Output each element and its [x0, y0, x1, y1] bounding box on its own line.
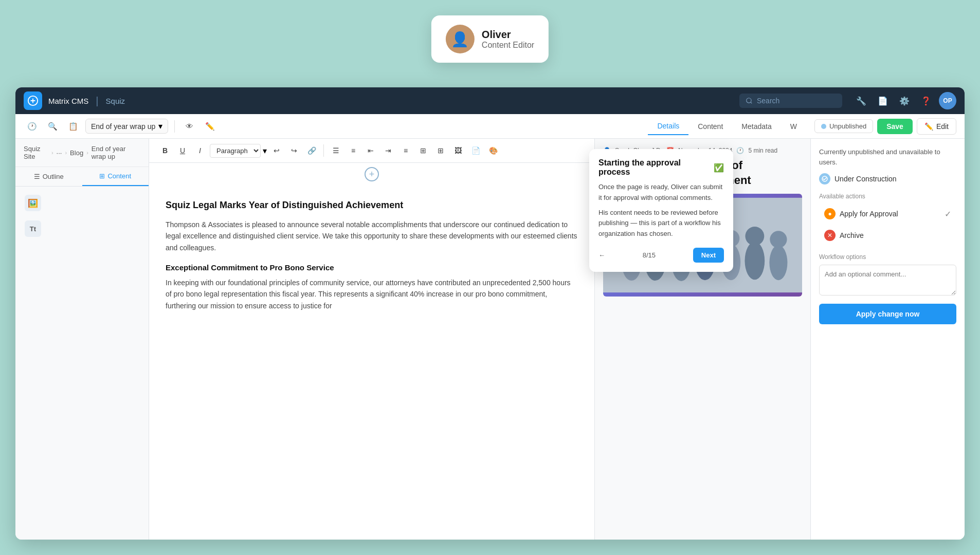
breadcrumb-blog[interactable]: Blog — [70, 149, 83, 157]
popup-footer: ← 8/15 Next — [598, 248, 724, 263]
indent-btn[interactable]: ⇥ — [380, 143, 396, 158]
edit-pencil-icon: ✏️ — [924, 122, 933, 131]
nav-icons: 🔧 📄 ⚙️ ❓ OP — [852, 92, 956, 109]
editor-paragraph-2: In keeping with our foundational princip… — [166, 277, 578, 311]
popup-next-btn[interactable]: Next — [693, 248, 724, 263]
action-archive[interactable]: ✕ Archive — [819, 226, 956, 245]
status-description: Currently unpublished and unavailable to… — [819, 147, 956, 167]
breadcrumb-sep-3: › — [86, 150, 88, 156]
tab-content[interactable]: Content — [688, 118, 732, 135]
compare-btn[interactable]: 🔍 — [44, 118, 61, 135]
dropdown-arrow-icon: ▾ — [158, 121, 162, 131]
nav-search-container — [739, 94, 842, 108]
preview-btn[interactable]: 👁 — [181, 118, 197, 135]
tools-icon-btn[interactable]: 🔧 — [852, 92, 870, 109]
archive-icon: ✕ — [824, 230, 836, 241]
help-icon-btn[interactable]: ❓ — [917, 92, 935, 109]
page-name-section[interactable]: End of year wrap up ▾ — [85, 119, 168, 134]
comment-input[interactable] — [819, 265, 956, 295]
outdent-btn[interactable]: ⇤ — [363, 143, 378, 158]
popup-emoji: ✅ — [714, 163, 724, 173]
status-icon — [819, 173, 830, 184]
undo-btn[interactable]: ↩ — [269, 143, 284, 158]
image-insert-btn[interactable]: 🖼 — [450, 143, 466, 158]
workflow-options-title: Workflow options — [819, 253, 956, 261]
toolbar-tabs: Details Content Metadata W — [648, 118, 806, 135]
unpublished-badge[interactable]: Unpublished — [814, 119, 873, 133]
status-section: Currently unpublished and unavailable to… — [819, 147, 956, 184]
svg-point-1 — [747, 98, 751, 103]
apply-change-btn[interactable]: Apply change now — [819, 304, 956, 324]
file-btn[interactable]: 📄 — [468, 143, 483, 158]
sidebar-item-image[interactable]: 🖼️ — [20, 191, 144, 215]
text-block-icon: Tt — [25, 220, 41, 237]
nav-brand: Matrix CMS — [48, 97, 88, 105]
unordered-list-btn[interactable]: ☰ — [328, 143, 343, 158]
history-btn[interactable]: 🕐 — [24, 118, 40, 135]
numbering-btn[interactable]: ⊞ — [415, 143, 431, 158]
sidebar-items: 🖼️ Tt — [15, 187, 149, 540]
status-badge-row: Under Construction — [819, 173, 956, 184]
tab-w[interactable]: W — [781, 118, 806, 135]
sidebar-tab-content[interactable]: ⊞ Content — [82, 167, 149, 186]
format-select[interactable]: Paragraph Heading 1 Heading 2 — [210, 144, 261, 158]
align-left-btn[interactable]: ≡ — [398, 143, 413, 158]
archive-label: Archive — [840, 231, 951, 239]
popup-back-btn[interactable]: ← — [598, 251, 605, 259]
settings-icon-btn[interactable]: ⚙️ — [896, 92, 913, 109]
color-btn[interactable]: 🎨 — [485, 143, 501, 158]
page-name-text: End of year wrap up — [91, 122, 155, 131]
ordered-list-btn[interactable]: ≡ — [346, 143, 361, 158]
unpublished-dot — [821, 124, 826, 129]
edit-button[interactable]: ✏️ Edit — [917, 118, 956, 135]
save-button[interactable]: Save — [877, 119, 913, 134]
table-btn[interactable]: ⊞ — [433, 143, 448, 158]
svg-point-16 — [770, 231, 787, 248]
sidebar-item-text[interactable]: Tt — [20, 216, 144, 241]
tab-metadata[interactable]: Metadata — [732, 118, 781, 135]
content-icon: ⊞ — [99, 172, 105, 180]
image-block-icon: 🖼️ — [25, 195, 41, 211]
preview-pane-wrapper: Starting the approval process ✅ Once the… — [594, 139, 810, 540]
italic-btn[interactable]: I — [192, 143, 208, 158]
link-btn[interactable]: 🔗 — [304, 143, 319, 158]
action-apply-approval[interactable]: ● Apply for Approval ✓ — [819, 204, 956, 224]
avatar: 👤 — [446, 25, 475, 53]
redo-btn[interactable]: ↪ — [286, 143, 302, 158]
toolbar-separator-1 — [174, 120, 175, 133]
edit-pencil-btn[interactable]: ✏️ — [202, 118, 218, 135]
available-actions-title: Available actions — [819, 193, 956, 200]
popup-text: Once the page is ready, Oliver can submi… — [598, 182, 724, 239]
tab-details[interactable]: Details — [648, 118, 688, 135]
top-nav: Matrix CMS | Squiz 🔧 📄 ⚙️ ❓ OP — [15, 87, 965, 114]
editor-subheading: Exceptional Commitment to Pro Bono Servi… — [166, 262, 578, 274]
outline-icon: ☰ — [34, 173, 40, 180]
profile-role: Content Editor — [482, 41, 534, 50]
search-input[interactable] — [757, 97, 829, 105]
left-sidebar: Squiz Site › ··· › Blog › End of year wr… — [15, 139, 149, 540]
bold-btn[interactable]: B — [157, 143, 173, 158]
underline-btn[interactable]: U — [175, 143, 190, 158]
popup-counter: 8/15 — [643, 251, 656, 259]
right-panel: Currently unpublished and unavailable to… — [810, 139, 965, 540]
back-arrow-icon: ← — [598, 251, 605, 259]
add-block-btn[interactable]: + — [365, 167, 379, 181]
sidebar-tab-outline[interactable]: ☰ Outline — [15, 167, 82, 186]
toolbar-sep-2 — [323, 144, 324, 157]
breadcrumb-squiz-site[interactable]: Squiz Site — [24, 145, 48, 160]
toolbar-sep-chevron: ▾ — [263, 146, 267, 156]
pages-icon-btn[interactable]: 📄 — [874, 92, 892, 109]
content-area: Squiz Site › ··· › Blog › End of year wr… — [15, 139, 965, 540]
pages-btn[interactable]: 📋 — [65, 118, 81, 135]
unpublished-label: Unpublished — [829, 122, 866, 130]
status-label: Under Construction — [834, 175, 897, 183]
main-editor: B U I Paragraph Heading 1 Heading 2 ▾ ↩ … — [149, 139, 594, 540]
breadcrumb: Squiz Site › ··· › Blog › End of year wr… — [15, 139, 149, 167]
apply-approval-icon: ● — [824, 208, 836, 219]
breadcrumb-current: End of year wrap up — [92, 145, 140, 160]
editor-content[interactable]: Squiz Legal Marks Year of Distinguished … — [149, 186, 594, 540]
apply-approval-check-icon: ✓ — [945, 209, 951, 219]
breadcrumb-ellipsis[interactable]: ··· — [57, 149, 62, 157]
svg-point-15 — [769, 245, 787, 280]
user-avatar-btn[interactable]: OP — [939, 92, 956, 109]
